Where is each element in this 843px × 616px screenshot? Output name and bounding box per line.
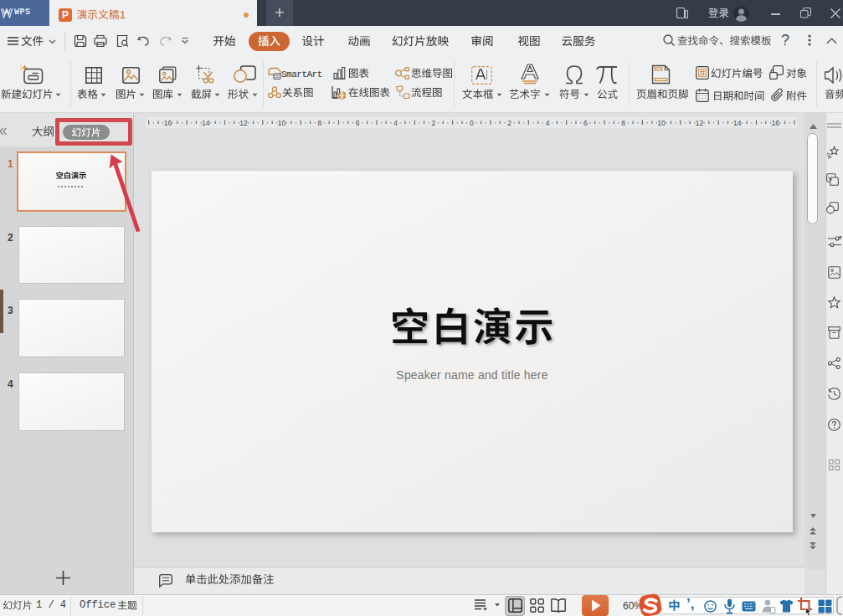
svg-text:12: 12 (239, 119, 248, 127)
svg-text:4: 4 (393, 119, 398, 127)
svg-text:16: 16 (771, 119, 779, 127)
svg-text:2: 2 (432, 119, 436, 127)
svg-text:6: 6 (583, 119, 588, 127)
svg-text:4: 4 (546, 119, 550, 127)
svg-text:6: 6 (356, 119, 360, 127)
svg-text:8: 8 (318, 119, 322, 127)
svg-text:10: 10 (278, 119, 286, 127)
svg-text:8: 8 (621, 119, 625, 127)
svg-text:2: 2 (507, 119, 511, 127)
svg-text:10: 10 (657, 119, 666, 127)
svg-text:14: 14 (202, 119, 210, 127)
svg-text:12: 12 (696, 119, 704, 127)
svg-text:0: 0 (470, 119, 474, 127)
svg-text:16: 16 (164, 119, 172, 127)
svg-text:14: 14 (733, 119, 742, 127)
